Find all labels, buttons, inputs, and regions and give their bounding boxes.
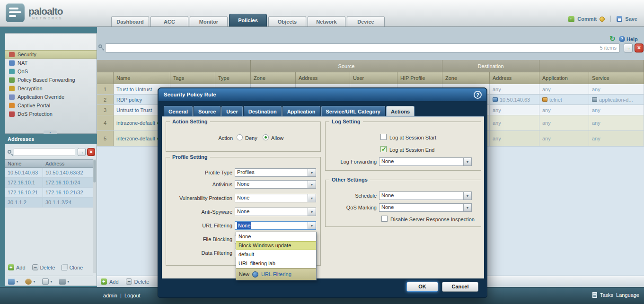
add-policy-button[interactable]: Add xyxy=(109,279,119,285)
logout-link[interactable]: Logout xyxy=(124,293,141,298)
qos-marking-select[interactable]: None ▼ xyxy=(379,203,472,212)
tasks-button[interactable]: Tasks xyxy=(600,292,613,298)
nav-tab-acc[interactable]: ACC xyxy=(150,16,188,26)
addresses-clear-filter-button[interactable]: × xyxy=(87,148,95,156)
save-button[interactable]: Save xyxy=(625,16,637,22)
action-label: Action xyxy=(189,135,233,141)
log-session-start-checkbox[interactable] xyxy=(380,134,387,140)
dropdown-option-default[interactable]: default xyxy=(236,250,316,259)
group-tool-button[interactable]: ▼ xyxy=(25,278,36,285)
add-address-button[interactable]: Add xyxy=(16,265,26,270)
column-header-service-11[interactable]: Service xyxy=(589,72,644,84)
sidebar-item-nat[interactable]: NAT xyxy=(5,59,97,67)
column-header-user-6[interactable]: User xyxy=(350,72,397,84)
edit-tool-button[interactable]: ▼ xyxy=(42,278,53,285)
dropdown-option-block-windows-update[interactable]: Block Windows update xyxy=(236,241,316,250)
log-session-end-checkbox[interactable] xyxy=(380,146,387,152)
column-header-application-10[interactable]: Application xyxy=(539,72,589,84)
dropdown-arrow-icon[interactable]: ▼ xyxy=(463,158,471,165)
address-row[interactable]: 10.50.140.6310.50.140.63/32 xyxy=(5,168,93,178)
column-header-zone-4[interactable]: Zone xyxy=(251,72,296,84)
row-number[interactable]: 2 xyxy=(97,95,114,104)
dialog-tab-service-url-category[interactable]: Service/URL Category xyxy=(321,106,385,116)
column-header-name-1[interactable]: Name xyxy=(114,72,170,84)
clone-address-button[interactable]: Clone xyxy=(69,265,83,270)
column-header-tags-2[interactable]: Tags xyxy=(170,72,215,84)
dialog-tab-user[interactable]: User xyxy=(221,106,242,116)
dialog-tab-destination[interactable]: Destination xyxy=(244,106,282,116)
security-icon xyxy=(9,52,15,57)
vulnerability-protection-select[interactable]: None▼ xyxy=(235,194,316,202)
dropdown-arrow-icon[interactable]: ▼ xyxy=(308,222,316,229)
dialog-tab-actions[interactable]: Actions xyxy=(386,106,415,116)
column-header-type-3[interactable]: Type xyxy=(215,72,251,84)
antivirus-select[interactable]: None▼ xyxy=(235,180,316,189)
delete-policy-button[interactable]: Delete xyxy=(134,279,150,285)
dialog-titlebar[interactable]: Security Policy Rule ? xyxy=(159,88,486,101)
delete-address-button[interactable]: Delete xyxy=(40,265,55,270)
url-filtering-select[interactable]: None▼ xyxy=(235,221,316,230)
sidebar-item-policy-based-forwarding[interactable]: Policy Based Forwarding xyxy=(5,76,97,84)
refresh-icon[interactable]: ↻ xyxy=(609,35,616,43)
sidebar-item-decryption[interactable]: Decryption xyxy=(5,84,97,93)
policy-filter-input[interactable]: 5 items xyxy=(105,43,620,52)
nav-tab-policies[interactable]: Policies xyxy=(229,14,267,26)
sidebar-item-dos-protection[interactable]: DoS Protection xyxy=(5,110,97,118)
dialog-help-icon[interactable]: ? xyxy=(474,91,482,99)
sidebar-item-application-override[interactable]: Application Override xyxy=(5,93,97,101)
dropdown-arrow-icon[interactable]: ▼ xyxy=(463,192,471,200)
dropdown-arrow-icon[interactable]: ▼ xyxy=(308,194,316,202)
address-row[interactable]: 172.16.10.21172.16.10.21/32 xyxy=(5,188,93,198)
help-link[interactable]: ?Help xyxy=(619,36,638,42)
log-forwarding-select[interactable]: None ▼ xyxy=(379,157,472,166)
addresses-search-input[interactable] xyxy=(14,148,75,156)
sidebar-collapse-handle[interactable]: ▴ xyxy=(44,130,57,134)
dropdown-option-none[interactable]: None xyxy=(236,232,316,241)
row-number[interactable]: 5 xyxy=(97,131,114,146)
export-tool-button[interactable]: ▼ xyxy=(8,278,19,285)
dialog-tab-general[interactable]: General xyxy=(164,106,193,116)
ok-button[interactable]: OK xyxy=(406,282,438,292)
sidebar-item-qos[interactable]: QoS xyxy=(5,67,97,76)
sidebar-item-captive-portal[interactable]: Captive Portal xyxy=(5,101,97,110)
new-url-filtering-link[interactable]: URL Filtering xyxy=(261,271,291,277)
dropdown-arrow-icon[interactable]: ▼ xyxy=(308,208,316,216)
row-number[interactable]: 4 xyxy=(97,115,114,130)
profile-type-select[interactable]: Profiles▼ xyxy=(235,168,316,177)
nav-tab-device[interactable]: Device xyxy=(347,16,385,26)
dropdown-arrow-icon[interactable]: ▼ xyxy=(463,204,471,211)
addresses-column-name[interactable]: Name xyxy=(5,160,43,167)
address-row[interactable]: 30.1.1.230.1.1.2/24 xyxy=(5,198,93,208)
row-number[interactable]: 3 xyxy=(97,105,114,115)
nav-tab-objects[interactable]: Objects xyxy=(268,16,306,26)
nav-tab-dashboard[interactable]: Dashboard xyxy=(111,16,149,26)
dialog-tab-source[interactable]: Source xyxy=(194,106,221,116)
clear-filter-button[interactable]: × xyxy=(635,43,644,52)
column-header-address-9[interactable]: Address xyxy=(490,72,539,84)
address-row[interactable]: 172.16.10.1172.16.10.1/24 xyxy=(5,178,93,188)
nav-tab-monitor[interactable]: Monitor xyxy=(190,16,228,26)
settings-tool-button[interactable]: ▼ xyxy=(59,278,70,285)
language-button[interactable]: Language xyxy=(616,292,639,298)
addresses-column-address[interactable]: Address xyxy=(43,160,93,167)
dialog-tab-application[interactable]: Application xyxy=(282,106,320,116)
dropdown-arrow-icon[interactable]: ▼ xyxy=(308,169,316,176)
cancel-button[interactable]: Cancel xyxy=(442,282,478,292)
dsri-checkbox[interactable] xyxy=(381,216,388,222)
dropdown-arrow-icon[interactable]: ▼ xyxy=(308,181,316,188)
column-header-zone-8[interactable]: Zone xyxy=(442,72,490,84)
apply-filter-button[interactable]: → xyxy=(624,43,633,52)
addresses-scrollbar[interactable] xyxy=(93,159,96,273)
allow-radio[interactable] xyxy=(263,134,269,140)
deny-radio[interactable] xyxy=(237,134,243,140)
dropdown-option-url-filtering-lab[interactable]: URL filtering lab xyxy=(236,259,316,268)
column-header-hip-profile-7[interactable]: HIP Profile xyxy=(397,72,442,84)
sidebar-item-security[interactable]: Security xyxy=(5,50,97,59)
commit-button[interactable]: Commit xyxy=(577,16,597,22)
row-number[interactable]: 1 xyxy=(97,84,114,94)
column-header-address-5[interactable]: Address xyxy=(296,72,350,84)
anti-spyware-select[interactable]: None▼ xyxy=(235,208,316,216)
schedule-select[interactable]: None ▼ xyxy=(379,191,472,200)
nav-tab-network[interactable]: Network xyxy=(308,16,345,26)
addresses-apply-filter-button[interactable]: → xyxy=(78,148,86,156)
